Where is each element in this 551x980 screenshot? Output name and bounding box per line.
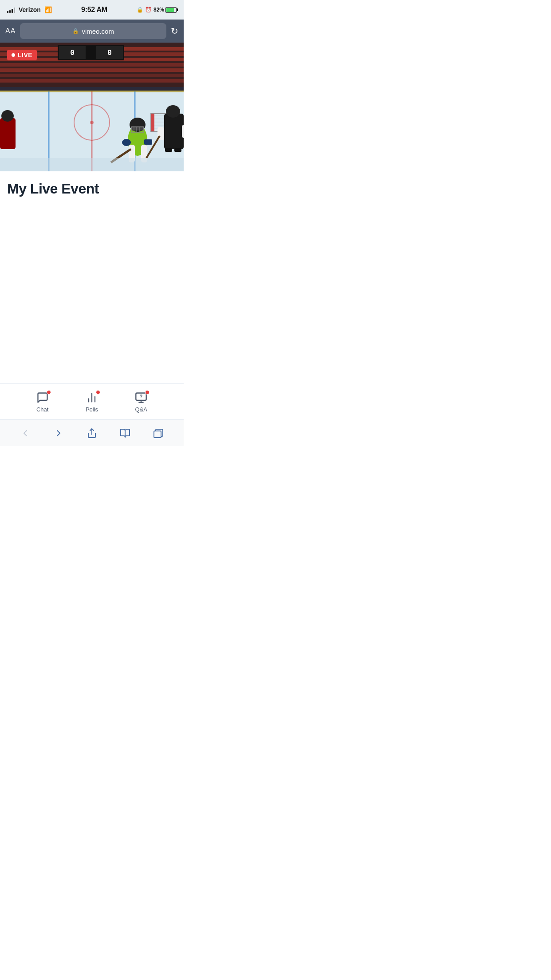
tab-bar: Chat Polls ?: [0, 384, 184, 419]
tabs-button[interactable]: [149, 423, 168, 443]
status-time: 9:52 AM: [81, 6, 107, 14]
alarm-icon: ⏰: [145, 7, 152, 13]
tab-chat-label: Chat: [36, 406, 48, 413]
ios-nav-bar: [0, 419, 184, 446]
share-button[interactable]: [82, 423, 102, 443]
svg-rect-38: [144, 139, 152, 145]
battery-icon: [165, 7, 177, 13]
live-dot: [12, 53, 15, 57]
status-left: Verizon 📶: [7, 6, 52, 13]
status-bar: Verizon 📶 9:52 AM 🔒 ⏰ 82%: [0, 0, 184, 20]
svg-text:0: 0: [107, 48, 112, 57]
tab-polls-icon-wrapper: [85, 391, 98, 404]
video-player[interactable]: 0 0: [0, 43, 184, 171]
signal-icon: [7, 7, 15, 13]
svg-text:0: 0: [70, 48, 75, 57]
svg-rect-47: [0, 118, 16, 149]
svg-point-41: [166, 105, 180, 118]
status-right: 🔒 ⏰ 82%: [137, 7, 177, 13]
battery-percent: 82%: [153, 7, 164, 13]
ssl-lock-icon: 🔒: [72, 28, 79, 34]
font-size-button[interactable]: AA: [5, 27, 16, 35]
lock-status-icon: 🔒: [137, 7, 143, 13]
battery-indicator: 82%: [153, 7, 177, 13]
svg-rect-8: [0, 79, 184, 83]
live-text: LIVE: [18, 51, 32, 59]
video-scene: 0 0: [0, 43, 184, 171]
tab-chat-icon-wrapper: [36, 391, 49, 404]
svg-rect-46: [174, 148, 181, 152]
bookmarks-button[interactable]: [115, 423, 135, 443]
svg-rect-5: [0, 63, 184, 67]
content-spacer: [7, 197, 177, 375]
qa-notification-dot: [145, 390, 150, 395]
forward-button[interactable]: [49, 423, 68, 443]
svg-rect-40: [164, 114, 184, 149]
event-title: My Live Event: [7, 180, 177, 197]
svg-point-37: [122, 139, 131, 146]
chat-notification-dot: [47, 390, 51, 395]
svg-rect-43: [182, 125, 184, 138]
svg-rect-6: [0, 68, 184, 72]
tab-qa[interactable]: ? Q&A: [134, 391, 148, 413]
tab-chat[interactable]: Chat: [36, 391, 49, 413]
tab-polls[interactable]: Polls: [85, 391, 98, 413]
svg-rect-22: [151, 114, 154, 131]
url-bar[interactable]: 🔒 vimeo.com: [20, 23, 166, 39]
back-button[interactable]: [16, 423, 35, 443]
svg-rect-7: [0, 74, 184, 77]
main-content: My Live Event: [0, 171, 184, 383]
svg-rect-49: [0, 158, 184, 171]
svg-rect-45: [165, 148, 172, 152]
svg-point-48: [1, 110, 14, 122]
svg-rect-58: [154, 431, 161, 438]
wifi-icon: 📶: [44, 6, 52, 13]
svg-text:?: ?: [140, 394, 142, 399]
tab-polls-label: Polls: [86, 406, 98, 413]
reload-button[interactable]: ↻: [171, 26, 178, 36]
polls-notification-dot: [96, 390, 100, 395]
tab-qa-label: Q&A: [135, 406, 147, 413]
carrier-name: Verizon: [19, 6, 41, 13]
url-text: vimeo.com: [82, 28, 114, 35]
live-badge: LIVE: [7, 50, 37, 60]
tab-qa-icon-wrapper: ?: [134, 391, 148, 404]
browser-bar: AA 🔒 vimeo.com ↻: [0, 20, 184, 43]
svg-point-20: [90, 121, 94, 124]
